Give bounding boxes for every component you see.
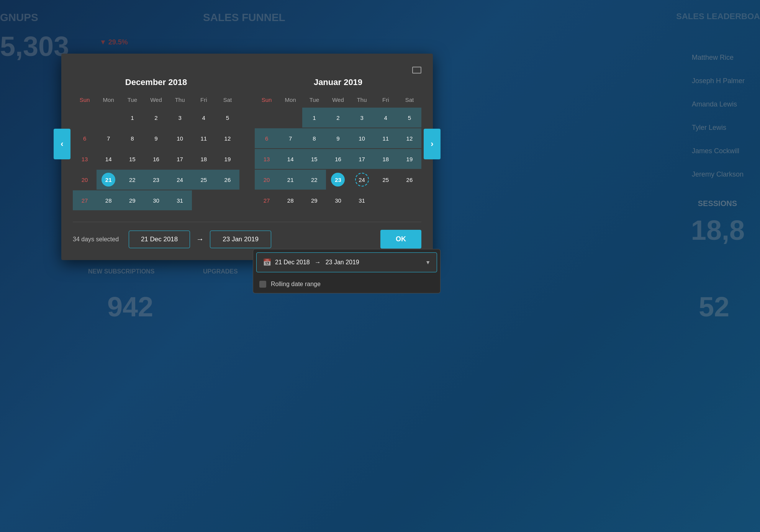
dec-day-12[interactable]: 12	[216, 128, 239, 148]
date-range-input-row[interactable]: 📅 21 Dec 2018 → 23 Jan 2019 ▼	[256, 252, 437, 272]
jan-day-2[interactable]: 2	[326, 108, 350, 128]
end-date-input[interactable]: 23 Jan 2019	[210, 231, 271, 248]
dec-day-21[interactable]: 21	[97, 170, 120, 190]
dec-day-9[interactable]: 9	[144, 128, 168, 148]
rolling-label: Rolling date range	[271, 281, 321, 288]
jan-day-9[interactable]: 9	[326, 128, 350, 148]
december-title: December 2018	[73, 77, 239, 87]
december-days-grid: 1234567891011121314151617181920212223242…	[73, 108, 239, 210]
dec-empty	[97, 108, 120, 128]
jan-day-4[interactable]: 4	[374, 108, 398, 128]
jan-day-12[interactable]: 12	[398, 128, 421, 148]
dec-day-15[interactable]: 15	[120, 149, 144, 169]
jan-day-29[interactable]: 29	[302, 190, 326, 210]
jan-day-19[interactable]: 19	[398, 149, 421, 169]
dec-header-sat: Sat	[216, 95, 239, 105]
dec-day-23[interactable]: 23	[144, 170, 168, 190]
jan-header-sun: Sun	[255, 95, 278, 105]
jan-day-14[interactable]: 14	[278, 149, 302, 169]
jan-empty	[398, 190, 421, 210]
dec-day-18[interactable]: 18	[192, 149, 216, 169]
dec-day-2[interactable]: 2	[144, 108, 168, 128]
dec-day-25[interactable]: 25	[192, 170, 216, 190]
jan-day-23[interactable]: 23	[326, 170, 350, 190]
jan-day-10[interactable]: 10	[350, 128, 374, 148]
dec-header-sun: Sun	[73, 95, 97, 105]
dec-day-1[interactable]: 1	[120, 108, 144, 128]
dec-day-6[interactable]: 6	[73, 128, 97, 148]
dec-day-5[interactable]: 5	[216, 108, 239, 128]
dec-empty	[73, 108, 97, 128]
jan-day-25[interactable]: 25	[374, 170, 398, 190]
jan-header-thu: Thu	[350, 95, 374, 105]
dec-day-17[interactable]: 17	[168, 149, 192, 169]
dec-day-14[interactable]: 14	[97, 149, 120, 169]
jan-day-21[interactable]: 21	[278, 170, 302, 190]
dec-day-19[interactable]: 19	[216, 149, 239, 169]
dr-arrow: →	[314, 259, 321, 265]
dec-day-31[interactable]: 31	[168, 190, 192, 210]
jan-day-13[interactable]: 13	[255, 149, 278, 169]
jan-day-31[interactable]: 31	[350, 190, 374, 210]
jan-day-30[interactable]: 30	[326, 190, 350, 210]
jan-day-22[interactable]: 22	[302, 170, 326, 190]
december-calendar: December 2018 Sun Mon Tue Wed Thu Fri Sa…	[73, 77, 239, 210]
dec-day-29[interactable]: 29	[120, 190, 144, 210]
dec-header-thu: Thu	[168, 95, 192, 105]
dec-day-28[interactable]: 28	[97, 190, 120, 210]
jan-day-6[interactable]: 6	[255, 128, 278, 148]
calendars-container: ‹ December 2018 Sun Mon Tue Wed Thu Fri …	[73, 77, 421, 210]
dec-day-7[interactable]: 7	[97, 128, 120, 148]
prev-month-button[interactable]: ‹	[54, 129, 70, 159]
dec-day-8[interactable]: 8	[120, 128, 144, 148]
dec-day-16[interactable]: 16	[144, 149, 168, 169]
dec-day-26[interactable]: 26	[216, 170, 239, 190]
jan-day-16[interactable]: 16	[326, 149, 350, 169]
jan-day-15[interactable]: 15	[302, 149, 326, 169]
january-title: Januar 2019	[255, 77, 421, 87]
dec-day-4[interactable]: 4	[192, 108, 216, 128]
dropdown-arrow-icon: ▼	[425, 259, 431, 265]
january-calendar: Januar 2019 Sun Mon Tue Wed Thu Fri Sat …	[255, 77, 421, 210]
jan-day-27[interactable]: 27	[255, 190, 278, 210]
jan-empty	[278, 108, 302, 128]
ok-button[interactable]: OK	[380, 230, 421, 249]
jan-day-3[interactable]: 3	[350, 108, 374, 128]
jan-day-18[interactable]: 18	[374, 149, 398, 169]
dec-header-fri: Fri	[192, 95, 216, 105]
dec-header-tue: Tue	[120, 95, 144, 105]
jan-day-26[interactable]: 26	[398, 170, 421, 190]
jan-day-20[interactable]: 20	[255, 170, 278, 190]
start-date-input[interactable]: 21 Dec 2018	[129, 231, 190, 248]
jan-day-1[interactable]: 1	[302, 108, 326, 128]
jan-day-11[interactable]: 11	[374, 128, 398, 148]
jan-day-28[interactable]: 28	[278, 190, 302, 210]
dec-day-22[interactable]: 22	[120, 170, 144, 190]
dec-day-27[interactable]: 27	[73, 190, 97, 210]
dec-day-24[interactable]: 24	[168, 170, 192, 190]
jan-day-17[interactable]: 17	[350, 149, 374, 169]
dec-day-20[interactable]: 20	[73, 170, 97, 190]
dec-empty	[216, 190, 239, 210]
calendar-icon: 📅	[263, 258, 271, 267]
next-month-button[interactable]: ›	[424, 129, 441, 159]
dec-day-10[interactable]: 10	[168, 128, 192, 148]
jan-header-sat: Sat	[398, 95, 421, 105]
january-day-headers: Sun Mon Tue Wed Thu Fri Sat	[255, 95, 421, 105]
jan-day-24[interactable]: 24	[350, 170, 374, 190]
bottom-bar: 34 days selected 21 Dec 2018 → 23 Jan 20…	[73, 222, 421, 249]
dec-day-11[interactable]: 11	[192, 128, 216, 148]
minimize-button[interactable]	[412, 67, 421, 74]
jan-header-tue: Tue	[302, 95, 326, 105]
arrow-between: →	[196, 235, 204, 244]
dec-day-30[interactable]: 30	[144, 190, 168, 210]
jan-day-5[interactable]: 5	[398, 108, 421, 128]
dec-day-13[interactable]: 13	[73, 149, 97, 169]
rolling-checkbox[interactable]	[259, 281, 266, 288]
dec-day-3[interactable]: 3	[168, 108, 192, 128]
jan-day-8[interactable]: 8	[302, 128, 326, 148]
calendar-header-row	[73, 65, 421, 74]
jan-day-7[interactable]: 7	[278, 128, 302, 148]
dec-header-mon: Mon	[97, 95, 120, 105]
dec-empty	[192, 190, 216, 210]
